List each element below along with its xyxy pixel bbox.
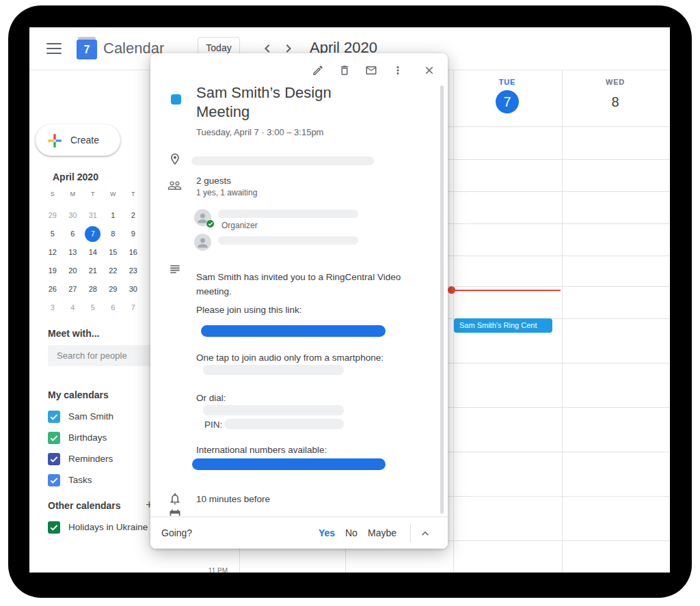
mini-calendar-day[interactable]: 7 [123,299,144,317]
organizer-label: Organizer [221,221,258,230]
mini-calendar-weekday-row: SMTWT [42,191,144,197]
mini-calendar-day[interactable]: 29 [103,280,124,299]
mini-calendar-day[interactable]: 8 [103,225,124,243]
calendar-label: Sam Smith [68,411,113,422]
mini-calendar-day[interactable]: 20 [63,262,83,280]
calendar-label: Holidays in Ukraine [68,522,148,532]
mini-calendar-day[interactable]: 19 [42,262,63,280]
notification-bell-icon [168,492,182,506]
mini-calendar-day[interactable]: 27 [63,280,83,299]
popup-toolbar [312,64,435,77]
mini-calendar-day[interactable]: 30 [123,280,144,299]
calendar-logo-icon[interactable]: 7 [77,37,97,59]
calendar-checkbox-checked[interactable] [48,521,60,534]
redacted-guest-name [218,236,358,245]
reminder-text: 10 minutes before [196,494,270,504]
email-guests-icon[interactable] [365,64,377,77]
day-header-tue[interactable]: TUE 7 [476,78,538,113]
mini-calendar-day[interactable]: 15 [103,243,124,262]
day-number[interactable]: 8 [604,90,627,113]
calendar-checkbox-checked[interactable] [48,411,60,423]
calendar-checkbox-checked[interactable] [48,474,60,486]
mini-calendar-day[interactable]: 3 [42,299,63,317]
popup-scrollbar[interactable] [440,85,444,514]
event-color-swatch [171,94,181,105]
going-label: Going? [161,527,192,538]
mini-calendar-weekday: W [103,191,124,197]
mini-calendar-day[interactable]: 9 [123,225,144,243]
redacted-location [191,156,374,165]
calendar-checkbox-checked[interactable] [48,432,60,444]
location-pin-icon [168,152,182,166]
mini-calendar-grid: 2930311256789121314151619202122232627282… [42,206,144,317]
guests-icon [167,178,181,192]
event-details-popup: Sam Smith’s Design Meeting Tuesday, Apri… [150,53,448,549]
day-number-badge[interactable]: 7 [496,90,519,113]
mini-calendar-day[interactable]: 4 [63,299,83,317]
mini-calendar-day[interactable]: 14 [83,243,103,262]
mini-calendar-weekday: T [123,191,144,197]
mini-calendar-day[interactable]: 1 [103,206,124,225]
mini-calendar-day[interactable]: 28 [83,280,103,299]
main-menu-icon[interactable] [46,42,62,55]
create-button[interactable]: Create [36,124,120,156]
mini-calendar-day[interactable]: 30 [63,206,83,225]
grid-column-divider [562,70,563,573]
time-gutter-label: 11 PM [200,567,228,573]
more-options-icon[interactable] [392,64,404,77]
guest-status: 1 yes, 1 awaiting [196,188,257,197]
day-label: TUE [476,78,538,86]
event-datetime: Tuesday, April 7 · 3:00 – 3:15pm [196,127,323,137]
pin-label: PIN: [204,419,222,430]
mini-calendar-day[interactable]: 21 [83,262,103,280]
calendar-label: Reminders [68,454,113,464]
mini-calendar-day[interactable]: 12 [42,243,63,262]
mini-calendar-day[interactable]: 29 [42,206,63,225]
mini-calendar-day[interactable]: 6 [63,225,83,243]
redacted-intl-numbers-link[interactable] [192,458,386,470]
mini-calendar-day[interactable]: 26 [42,280,63,299]
delete-event-icon[interactable] [338,64,351,77]
mini-calendar-day[interactable]: 23 [123,262,144,280]
day-label: WED [584,78,646,86]
rsvp-no-button[interactable]: No [345,527,358,538]
mini-calendar-day[interactable]: 31 [83,206,103,225]
redacted-organizer-name [218,210,358,218]
mini-calendar-selected-day[interactable]: 7 [83,225,103,243]
calendar-checkbox-checked[interactable] [48,453,60,465]
mini-calendar-title: April 2020 [53,171,98,182]
guest-avatar [194,234,211,251]
redacted-dial-number [203,405,344,415]
edit-event-icon[interactable] [312,64,324,77]
redacted-meeting-link[interactable] [201,325,386,337]
rsvp-yes-button[interactable]: Yes [319,527,335,538]
google-plus-icon [46,132,64,150]
one-tap-label: One tap to join audio only from a smartp… [196,353,383,363]
search-people-placeholder: Search for people [48,345,157,366]
create-button-label: Create [70,135,99,146]
mini-calendar-day[interactable]: 16 [123,243,144,262]
collapse-chevron-icon[interactable] [418,527,432,540]
close-popup-icon[interactable] [423,64,435,77]
dial-label: Or dial: [196,393,226,403]
rsvp-maybe-button[interactable]: Maybe [368,527,396,538]
mini-calendar-day[interactable]: 5 [42,225,63,243]
meet-with-label: Meet with... [48,328,99,339]
footer-divider [410,524,411,542]
description-intro: Sam Smith has invited you to a RingCentr… [196,270,423,299]
join-link-label: Please join using this link: [196,305,302,315]
event-title: Sam Smith’s Design Meeting [196,83,360,122]
redacted-one-tap-number [203,365,344,375]
day-header-wed[interactable]: WED 8 [584,78,646,113]
mini-calendar-day[interactable]: 22 [103,262,124,280]
mini-calendar-weekday: S [42,191,63,197]
mini-calendar-day[interactable]: 5 [83,299,103,317]
search-people-input[interactable]: Search for people [48,345,157,366]
calendar-label: Birthdays [68,432,107,443]
mini-calendar-day[interactable]: 6 [103,299,124,317]
calendar-app-window: TUE 7 WED 8 Sam Smith’s Ring Cent 11 PM … [29,27,670,573]
event-chip[interactable]: Sam Smith’s Ring Cent [454,318,552,333]
logo-day-number: 7 [77,40,97,59]
mini-calendar-day[interactable]: 2 [123,206,144,225]
mini-calendar-day[interactable]: 13 [63,243,83,262]
